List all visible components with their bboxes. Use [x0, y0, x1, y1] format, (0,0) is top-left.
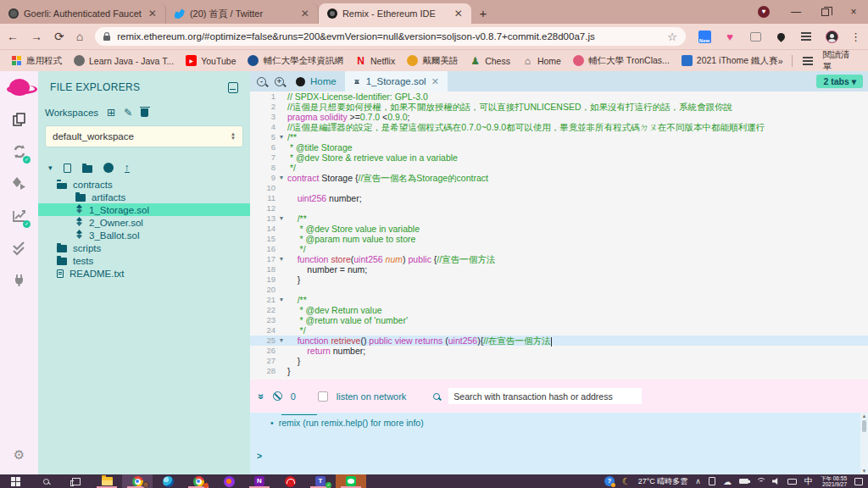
onedrive-cloud-icon[interactable]: ☁: [723, 477, 732, 486]
fold-marker[interactable]: ▼: [275, 132, 287, 142]
zoom-out-icon[interactable]: -: [257, 77, 266, 86]
code-line-23[interactable]: 23 * @return value of 'number': [250, 315, 868, 325]
tree-item-readme-txt[interactable]: README.txt: [38, 267, 250, 280]
tab-close-icon[interactable]: ✕: [299, 8, 311, 19]
wifi-icon[interactable]: [756, 478, 765, 485]
tree-item-1-storage-sol[interactable]: 1_Storage.sol: [38, 203, 250, 216]
extensions-list-icon[interactable]: [799, 30, 813, 43]
workspace-select[interactable]: default_workspace ▲▼: [45, 125, 243, 147]
tray-expand-chevron-icon[interactable]: ∧: [695, 477, 701, 485]
code-line-12[interactable]: 12: [250, 203, 868, 214]
analysis-chart-icon[interactable]: ✓: [0, 200, 38, 232]
extension-new-icon[interactable]: New: [698, 30, 711, 43]
extension-heart-icon[interactable]: ♥: [723, 30, 737, 43]
plugin-manager-icon[interactable]: [0, 264, 38, 297]
close-tab-icon[interactable]: ✕: [431, 76, 439, 87]
weather-widget[interactable]: 27°C 晴時多雲: [638, 476, 688, 487]
extension-pin-icon[interactable]: [774, 30, 787, 43]
code-line-25[interactable]: 25▼ function retrieve() public view retu…: [250, 336, 868, 346]
back-button[interactable]: ←: [7, 30, 19, 42]
bookmark-7[interactable]: ♟Chess: [464, 55, 516, 66]
create-workspace-icon[interactable]: ⊞: [107, 107, 115, 119]
code-line-5[interactable]: 5▼/**: [250, 132, 868, 142]
new-folder-icon[interactable]: [82, 165, 92, 173]
action-center-icon[interactable]: [854, 478, 863, 485]
code-line-13[interactable]: 13▼ /**: [250, 214, 868, 224]
code-line-21[interactable]: 21▼ /**: [250, 295, 868, 305]
new-tab-button[interactable]: +: [475, 5, 492, 22]
bookmark-2[interactable]: Learn Java - Java T...: [68, 55, 180, 66]
solidity-compiler-icon[interactable]: ✓: [0, 136, 38, 168]
browser-menu-icon[interactable]: ⋮: [850, 30, 861, 43]
code-line-8[interactable]: 8 */: [250, 163, 868, 173]
line-app[interactable]: [336, 474, 366, 488]
code-line-2[interactable]: 2//這個是只想要如何授權，如果不開放授權的話，可以直接打UNLICENSED，…: [250, 102, 868, 112]
bookmark-star-icon[interactable]: ☆: [667, 30, 677, 43]
home-button[interactable]: ⌂: [76, 30, 83, 42]
code-line-16[interactable]: 16 */: [250, 244, 868, 254]
tree-item-contracts[interactable]: contracts: [38, 178, 250, 191]
terminal-collapse-icon[interactable]: »: [255, 393, 267, 399]
code-line-10[interactable]: 10: [250, 183, 868, 193]
code-line-3[interactable]: 3pragma solidity >=0.7.0 <0.9.0;: [250, 112, 868, 122]
code-line-15[interactable]: 15 * @param num value to store: [250, 234, 868, 244]
terminal-scrollbar[interactable]: ▲ ▼: [860, 413, 868, 474]
bookmark-5[interactable]: NNetflix: [349, 55, 401, 66]
browser-tab-2[interactable]: (20) 首頁 / Twitter✕: [166, 3, 319, 24]
new-file-icon[interactable]: [64, 164, 71, 173]
phone-link-icon[interactable]: [709, 477, 715, 485]
code-line-1[interactable]: 1// SPDX-License-Identifier: GPL-3.0: [250, 92, 868, 102]
code-line-24[interactable]: 24 */: [250, 325, 868, 336]
touch-keyboard-icon[interactable]: [787, 479, 797, 485]
fold-marker[interactable]: ▼: [275, 214, 287, 224]
chrome-profile-2[interactable]: [183, 474, 214, 488]
code-line-19[interactable]: 19 }: [250, 274, 868, 285]
extension-screenshot-icon[interactable]: [748, 30, 762, 43]
code-line-18[interactable]: 18 number = num;: [250, 264, 868, 274]
teams-app[interactable]: T✓: [305, 474, 336, 488]
maximize-button[interactable]: [810, 0, 839, 24]
fold-marker[interactable]: ▼: [275, 295, 287, 305]
profile-avatar[interactable]: [825, 30, 838, 43]
bookmark-3[interactable]: ▶YouTube: [180, 55, 242, 66]
code-line-14[interactable]: 14 * @dev Store value in variable: [250, 224, 868, 234]
code-line-22[interactable]: 22 * @dev Return value: [250, 305, 868, 315]
onenote-app[interactable]: N: [244, 474, 275, 488]
trend-micro-app[interactable]: [275, 474, 305, 488]
browser-tab-3[interactable]: Remix - Ethereum IDE✕: [319, 3, 471, 24]
help-tray-icon[interactable]: ?: [604, 476, 615, 486]
search-button[interactable]: [31, 474, 61, 488]
tree-item-3-ballot-sol[interactable]: 3_Ballot.sol: [38, 229, 250, 241]
start-button[interactable]: [0, 474, 31, 488]
close-button[interactable]: ×: [839, 0, 868, 24]
tree-item-tests[interactable]: tests: [38, 254, 250, 267]
task-view-button[interactable]: [61, 474, 92, 488]
delete-workspace-icon[interactable]: [141, 108, 148, 117]
code-editor[interactable]: 1// SPDX-License-Identifier: GPL-3.02//這…: [250, 92, 868, 380]
tab-close-icon[interactable]: ✕: [453, 8, 465, 19]
code-line-20[interactable]: 20: [250, 285, 868, 295]
code-line-17[interactable]: 17▼ function store(uint256 num) public {…: [250, 254, 868, 264]
chrome-profile-1[interactable]: [122, 474, 153, 488]
file-explorer-app[interactable]: [92, 474, 122, 488]
edge-app[interactable]: [153, 474, 183, 488]
taskbar-clock[interactable]: 下午 06:552021/9/27: [821, 475, 847, 488]
tab-storage-sol[interactable]: 1_Storage.sol ✕: [345, 71, 448, 92]
terminal-output[interactable]: •remix (run remix.help() for more info) …: [250, 413, 868, 474]
terminal-prompt[interactable]: >: [257, 451, 262, 461]
minimize-button[interactable]: —: [782, 0, 810, 24]
listen-network-checkbox[interactable]: [318, 391, 328, 402]
code-line-4[interactable]: 4//這個是編譯器的設定，是希望這個程式碼在0.7.0~0.9.0都可以使用，畢…: [250, 122, 868, 132]
volume-icon[interactable]: [772, 478, 780, 485]
avast-browser-app[interactable]: [214, 474, 244, 488]
forward-button[interactable]: →: [31, 30, 42, 42]
book-icon[interactable]: [228, 82, 238, 93]
scroll-down-icon[interactable]: ▼: [860, 468, 868, 474]
remix-logo[interactable]: [0, 71, 38, 103]
rename-workspace-icon[interactable]: ✎: [124, 107, 132, 119]
tab-home[interactable]: Home: [287, 71, 345, 92]
bookmark-10[interactable]: 2021 iThome 鐵人賽: [676, 55, 778, 67]
collapse-caret-icon[interactable]: ▾: [48, 164, 53, 172]
upload-file-icon[interactable]: ↑: [125, 164, 130, 173]
zoom-in-icon[interactable]: +: [275, 77, 284, 86]
